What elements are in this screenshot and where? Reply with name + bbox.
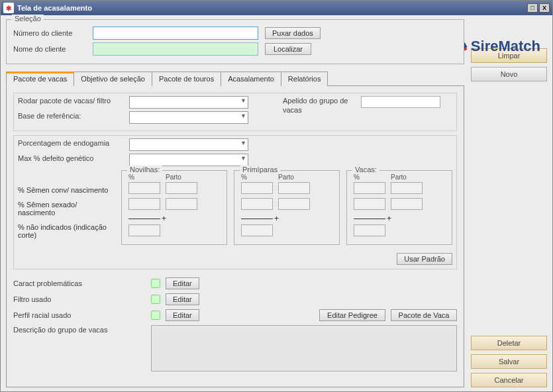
descricao-textarea[interactable] [151, 325, 457, 371]
primi-conv-pct[interactable] [241, 182, 273, 194]
filtro-label: Filtro usado [13, 295, 146, 304]
rodar-label: Rodar pacote de vacas/ filtro [18, 96, 124, 105]
plus-icon-3: + [387, 214, 391, 223]
col-parto-2: Parto [278, 173, 310, 181]
novilhas-sex-pct[interactable] [128, 198, 160, 210]
primi-sex-parto[interactable] [278, 198, 310, 210]
editar-perfil-button[interactable]: Editar [166, 309, 199, 321]
tab-panel: Rodar pacote de vacas/ filtro Base de re… [6, 86, 464, 387]
novilhas-conv-pct[interactable] [128, 182, 160, 194]
localizar-button[interactable]: Localizar [265, 43, 311, 55]
tab-pacote-touros[interactable]: Pacote de touros [152, 72, 221, 86]
base-label: Base de referência: [18, 111, 124, 121]
brand-text: SireMatch [471, 38, 540, 55]
app-icon: ✱ [3, 3, 14, 13]
vacas-conv-parto[interactable] [391, 182, 423, 194]
filtro-check[interactable] [151, 295, 160, 304]
tab-pacote-vacas[interactable]: Pacote de vacas [6, 72, 74, 86]
vacas-conv-pct[interactable] [354, 182, 385, 194]
cancelar-button[interactable]: Cancelar [471, 373, 547, 387]
novilhas-sex-parto[interactable] [166, 198, 197, 210]
perfil-check[interactable] [151, 311, 160, 320]
main-column: Seleção Número do cliente Puxar dados No… [6, 19, 464, 387]
salvar-button[interactable]: Salvar [471, 354, 547, 369]
col-pct-2: % [241, 173, 273, 181]
endogamia-label: Porcentagem de endogamia [18, 138, 124, 148]
editar-pedigree-button[interactable]: Editar Pedigree [319, 309, 385, 321]
puxar-dados-button[interactable]: Puxar dados [265, 27, 321, 39]
primi-total[interactable] [241, 224, 273, 236]
lower-rows: Caract problemáticas Editar Filtro usado… [13, 277, 457, 375]
titlebar: ✱ Tela de acasalamento □ X [1, 1, 552, 15]
novilhas-conv-parto[interactable] [166, 182, 197, 194]
primiparas-legend: Primíparas [240, 166, 280, 173]
selection-group: Seleção Número do cliente Puxar dados No… [6, 19, 464, 64]
novilhas-legend: Novilhas: [127, 166, 162, 173]
vacas-group: Vacas: %Parto + [346, 170, 452, 245]
defeito-combo[interactable] [129, 154, 248, 166]
selection-legend: Seleção [12, 15, 44, 23]
row-sexado-label: % Sêmen sexado/ nascimento [18, 201, 115, 217]
percent-group: Porcentagem de endogamia Max % defeito g… [13, 135, 457, 270]
close-button[interactable]: X [539, 3, 550, 13]
tab-acasalamento[interactable]: Acasalamento [221, 72, 281, 86]
vacas-sex-parto[interactable] [391, 198, 423, 210]
vacas-total[interactable] [354, 224, 385, 236]
defeito-label: Max % defeito genético [18, 154, 124, 163]
apelido-label: Apelido do grupo de vacas [283, 96, 356, 115]
caract-check[interactable] [151, 279, 160, 288]
col-pct-3: % [354, 173, 385, 181]
nome-cliente-label: Nome do cliente [13, 45, 86, 53]
plus-icon-2: + [274, 214, 279, 223]
col-parto-3: Parto [391, 173, 423, 181]
tab-relatorios[interactable]: Relatórios [281, 72, 328, 86]
novilhas-group: Novilhas: %Parto + [121, 170, 227, 245]
numero-cliente-label: Número do cliente [13, 29, 86, 37]
top-group: Rodar pacote de vacas/ filtro Base de re… [13, 93, 457, 131]
endogamia-combo[interactable] [129, 138, 248, 151]
vacas-sex-pct[interactable] [354, 198, 385, 210]
side-column: Limpar Novo Deletar Salvar Cancelar [471, 19, 547, 387]
app-window: ✱ Tela de acasalamento □ X SireMatch Sel… [0, 0, 553, 392]
novo-button[interactable]: Novo [471, 67, 547, 81]
tab-objetivo[interactable]: Objetivo de seleção [74, 72, 152, 86]
numero-cliente-input[interactable] [93, 26, 258, 40]
usar-padrao-button[interactable]: Usar Padrão [397, 253, 452, 265]
primi-conv-parto[interactable] [278, 182, 310, 194]
col-parto: Parto [166, 173, 197, 181]
descricao-label: Descrição do grupo de vacas [13, 325, 146, 334]
minimize-button[interactable]: □ [527, 3, 538, 13]
row-nao-label: % não indicados (indicação corte) [18, 223, 115, 239]
col-pct: % [128, 173, 160, 181]
window-title: Tela de acasalamento [17, 4, 92, 12]
primiparas-group: Primíparas %Parto + [234, 170, 340, 245]
window-controls: □ X [527, 3, 550, 13]
tab-bar: Pacote de vacas Objetivo de seleção Paco… [6, 71, 464, 86]
pacote-vaca-button[interactable]: Pacote de Vaca [391, 309, 457, 321]
rodar-combo[interactable] [129, 96, 248, 109]
apelido-input[interactable] [361, 96, 440, 108]
row-conv-label: % Sêmen conv/ nascimento [18, 186, 115, 194]
editar-filtro-button[interactable]: Editar [166, 293, 199, 305]
base-combo[interactable] [129, 111, 248, 124]
nome-cliente-input[interactable] [93, 42, 258, 56]
plus-icon: + [162, 214, 166, 223]
editar-caract-button[interactable]: Editar [166, 277, 199, 289]
perfil-label: Perfil racial usado [13, 311, 146, 320]
novilhas-total[interactable] [128, 224, 160, 236]
deletar-button[interactable]: Deletar [471, 336, 547, 350]
vacas-legend: Vacas: [352, 166, 379, 173]
primi-sex-pct[interactable] [241, 198, 273, 210]
content-area: Seleção Número do cliente Puxar dados No… [1, 15, 552, 391]
caract-label: Caract problemáticas [13, 279, 146, 288]
